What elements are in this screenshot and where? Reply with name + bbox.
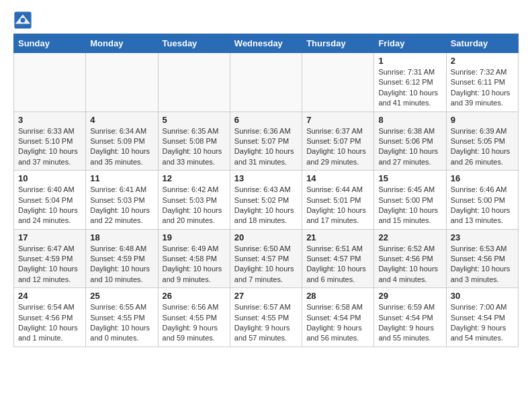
calendar-cell: 15Sunrise: 6:45 AM Sunset: 5:00 PM Dayli… [374,171,446,230]
logo [13,11,35,30]
calendar-cell: 13Sunrise: 6:43 AM Sunset: 5:02 PM Dayli… [230,171,302,230]
day-number: 7 [306,115,369,125]
day-number: 12 [163,173,226,183]
day-number: 21 [306,232,369,242]
day-info: Sunrise: 6:44 AM Sunset: 5:01 PM Dayligh… [306,185,369,226]
calendar-cell: 19Sunrise: 6:49 AM Sunset: 4:58 PM Dayli… [158,229,230,288]
calendar-cell: 7Sunrise: 6:37 AM Sunset: 5:07 PM Daylig… [302,111,374,171]
day-info: Sunrise: 6:59 AM Sunset: 4:54 PM Dayligh… [378,302,441,344]
calendar-cell: 3Sunrise: 6:33 AM Sunset: 5:10 PM Daylig… [14,111,86,171]
day-number: 24 [18,291,81,301]
day-number: 30 [451,291,514,301]
day-info: Sunrise: 6:48 AM Sunset: 4:59 PM Dayligh… [90,244,153,285]
calendar-cell: 16Sunrise: 6:46 AM Sunset: 5:00 PM Dayli… [446,171,518,230]
day-number: 10 [18,173,81,183]
calendar-table: SundayMondayTuesdayWednesdayThursdayFrid… [13,34,519,347]
calendar-week-5: 24Sunrise: 6:54 AM Sunset: 4:56 PM Dayli… [14,288,519,347]
day-info: Sunrise: 6:41 AM Sunset: 5:03 PM Dayligh… [90,185,153,226]
day-number: 2 [451,56,514,66]
day-number: 15 [378,173,441,183]
day-info: Sunrise: 6:33 AM Sunset: 5:10 PM Dayligh… [18,126,81,168]
day-info: Sunrise: 6:40 AM Sunset: 5:04 PM Dayligh… [18,185,81,226]
day-number: 14 [306,173,369,183]
day-number: 27 [234,291,298,301]
calendar-cell: 24Sunrise: 6:54 AM Sunset: 4:56 PM Dayli… [14,288,86,347]
day-info: Sunrise: 6:38 AM Sunset: 5:06 PM Dayligh… [378,126,441,168]
calendar-cell: 9Sunrise: 6:39 AM Sunset: 5:05 PM Daylig… [446,111,518,171]
day-number: 11 [90,173,153,183]
day-info: Sunrise: 6:51 AM Sunset: 4:57 PM Dayligh… [306,244,369,285]
day-number: 17 [18,232,81,242]
day-info: Sunrise: 6:35 AM Sunset: 5:08 PM Dayligh… [163,126,226,168]
calendar-cell: 21Sunrise: 6:51 AM Sunset: 4:57 PM Dayli… [302,229,374,288]
day-info: Sunrise: 6:46 AM Sunset: 5:00 PM Dayligh… [451,185,514,226]
day-number: 23 [451,232,514,242]
calendar-cell: 2Sunrise: 7:32 AM Sunset: 6:11 PM Daylig… [446,53,518,112]
calendar-cell [230,53,302,112]
day-number: 18 [90,232,153,242]
day-info: Sunrise: 6:49 AM Sunset: 4:58 PM Dayligh… [163,244,226,285]
day-info: Sunrise: 6:34 AM Sunset: 5:09 PM Dayligh… [90,126,153,168]
calendar-cell: 5Sunrise: 6:35 AM Sunset: 5:08 PM Daylig… [158,111,230,171]
calendar-week-3: 10Sunrise: 6:40 AM Sunset: 5:04 PM Dayli… [14,171,519,230]
calendar-cell: 25Sunrise: 6:55 AM Sunset: 4:55 PM Dayli… [86,288,158,347]
calendar-cell [14,53,86,112]
day-number: 6 [234,115,298,125]
day-info: Sunrise: 6:53 AM Sunset: 4:56 PM Dayligh… [451,244,514,285]
weekday-header-tuesday: Tuesday [158,34,230,53]
day-number: 26 [163,291,226,301]
calendar-cell: 18Sunrise: 6:48 AM Sunset: 4:59 PM Dayli… [86,229,158,288]
day-info: Sunrise: 6:39 AM Sunset: 5:05 PM Dayligh… [451,126,514,168]
calendar-cell [86,53,158,112]
day-number: 5 [163,115,226,125]
calendar-week-1: 1Sunrise: 7:31 AM Sunset: 6:12 PM Daylig… [14,53,519,112]
calendar-week-2: 3Sunrise: 6:33 AM Sunset: 5:10 PM Daylig… [14,111,519,171]
calendar-cell: 28Sunrise: 6:58 AM Sunset: 4:54 PM Dayli… [302,288,374,347]
calendar-cell: 10Sunrise: 6:40 AM Sunset: 5:04 PM Dayli… [14,171,86,230]
calendar-cell: 11Sunrise: 6:41 AM Sunset: 5:03 PM Dayli… [86,171,158,230]
calendar-cell: 29Sunrise: 6:59 AM Sunset: 4:54 PM Dayli… [374,288,446,347]
day-info: Sunrise: 6:52 AM Sunset: 4:56 PM Dayligh… [378,244,441,285]
calendar-cell: 1Sunrise: 7:31 AM Sunset: 6:12 PM Daylig… [374,53,446,112]
calendar-cell: 26Sunrise: 6:56 AM Sunset: 4:55 PM Dayli… [158,288,230,347]
calendar-cell: 12Sunrise: 6:42 AM Sunset: 5:03 PM Dayli… [158,171,230,230]
day-info: Sunrise: 6:58 AM Sunset: 4:54 PM Dayligh… [306,302,369,344]
day-number: 16 [451,173,514,183]
calendar-cell: 6Sunrise: 6:36 AM Sunset: 5:07 PM Daylig… [230,111,302,171]
calendar-cell: 30Sunrise: 7:00 AM Sunset: 4:54 PM Dayli… [446,288,518,347]
day-number: 25 [90,291,153,301]
day-info: Sunrise: 6:54 AM Sunset: 4:56 PM Dayligh… [18,302,81,344]
calendar-cell: 22Sunrise: 6:52 AM Sunset: 4:56 PM Dayli… [374,229,446,288]
calendar-cell: 20Sunrise: 6:50 AM Sunset: 4:57 PM Dayli… [230,229,302,288]
weekday-header-sunday: Sunday [14,34,86,53]
day-number: 19 [163,232,226,242]
day-info: Sunrise: 6:55 AM Sunset: 4:55 PM Dayligh… [90,302,153,344]
calendar-cell: 27Sunrise: 6:57 AM Sunset: 4:55 PM Dayli… [230,288,302,347]
day-info: Sunrise: 6:56 AM Sunset: 4:55 PM Dayligh… [163,302,226,344]
day-number: 4 [90,115,153,125]
day-info: Sunrise: 6:47 AM Sunset: 4:59 PM Dayligh… [18,244,81,285]
calendar-cell: 23Sunrise: 6:53 AM Sunset: 4:56 PM Dayli… [446,229,518,288]
day-info: Sunrise: 6:42 AM Sunset: 5:03 PM Dayligh… [163,185,226,226]
weekday-header-saturday: Saturday [446,34,518,53]
weekday-header-monday: Monday [86,34,158,53]
day-number: 29 [378,291,441,301]
page-header [13,11,519,30]
day-number: 9 [451,115,514,125]
calendar-cell [158,53,230,112]
calendar-cell: 14Sunrise: 6:44 AM Sunset: 5:01 PM Dayli… [302,171,374,230]
day-number: 3 [18,115,81,125]
day-number: 28 [306,291,369,301]
day-number: 13 [234,173,298,183]
day-info: Sunrise: 6:36 AM Sunset: 5:07 PM Dayligh… [234,126,298,168]
svg-point-2 [21,18,26,23]
weekday-header-friday: Friday [374,34,446,53]
logo-icon [13,11,32,30]
calendar-header: SundayMondayTuesdayWednesdayThursdayFrid… [14,34,519,53]
day-info: Sunrise: 6:57 AM Sunset: 4:55 PM Dayligh… [234,302,298,344]
weekday-header-thursday: Thursday [302,34,374,53]
day-info: Sunrise: 7:32 AM Sunset: 6:11 PM Dayligh… [451,67,514,109]
calendar-cell [302,53,374,112]
day-info: Sunrise: 6:43 AM Sunset: 5:02 PM Dayligh… [234,185,298,226]
weekday-header-wednesday: Wednesday [230,34,302,53]
